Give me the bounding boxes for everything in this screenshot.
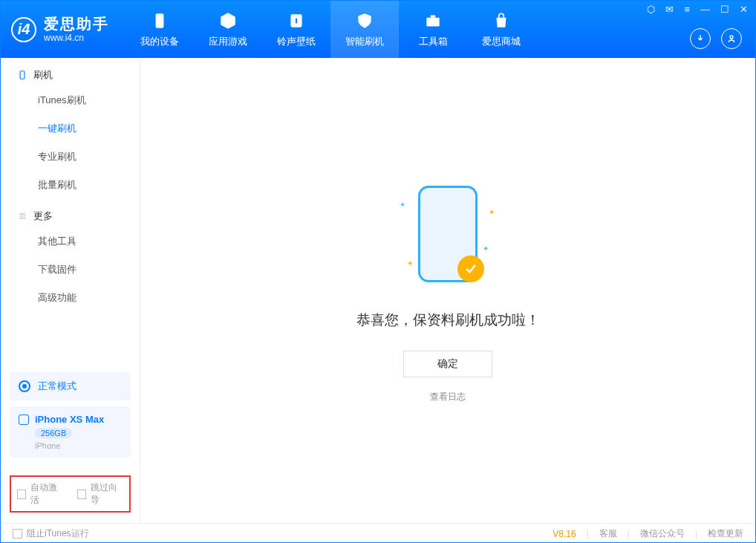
checkbox-label: 跳过向导 [91,481,123,507]
sidebar-item-other-tools[interactable]: 其他工具 [1,227,140,256]
group-label: 刷机 [33,68,53,82]
main-area: ✦ ✦ ✦ ✦ 恭喜您，保资料刷机成功啦！ 确定 查看日志 [140,58,755,523]
sidebar-item-pro-flash[interactable]: 专业刷机 [1,143,140,171]
checkbox-label: 自动激活 [30,481,63,507]
checkbox-icon [77,490,86,499]
download-button[interactable] [690,28,711,49]
svg-rect-0 [156,13,164,28]
nav-label: 铃声壁纸 [277,35,316,48]
group-label: 更多 [33,209,53,223]
maximize-button[interactable]: ☐ [720,4,729,15]
nav-tab-ringtone[interactable]: 铃声壁纸 [262,1,330,58]
sparkle-icon: ✦ [489,208,495,216]
nav-tabs: 我的设备 应用游戏 铃声壁纸 智能刷机 工具箱 爱思商城 [126,1,535,58]
svg-rect-3 [431,15,436,17]
nav-label: 我的设备 [140,35,179,48]
music-icon [287,11,306,30]
checkbox-skip-guide[interactable]: 跳过向导 [77,481,124,507]
close-button[interactable]: ✕ [740,4,748,15]
activation-options: 自动激活 跳过向导 [10,475,131,513]
sparkle-icon: ✦ [483,244,489,253]
confirm-button[interactable]: 确定 [403,351,492,377]
list-icon [17,211,27,221]
body-layout: 刷机 iTunes刷机 一键刷机 专业刷机 批量刷机 更多 其他工具 下载固件 … [1,58,755,523]
menu-icon[interactable]: ≡ [684,4,690,15]
nav-label: 工具箱 [419,35,448,48]
flash-result-panel: ✦ ✦ ✦ ✦ 恭喜您，保资料刷机成功啦！ 确定 查看日志 [356,178,540,403]
device-header: iPhone XS Max [19,414,122,425]
feedback-icon[interactable]: ✉ [665,4,674,15]
mode-icon [19,380,30,392]
sidebar-item-download-firmware[interactable]: 下载固件 [1,256,140,284]
sidebar-item-onekey-flash[interactable]: 一键刷机 [1,114,140,143]
mode-label: 正常模式 [38,380,76,393]
device-type: iPhone [35,441,122,450]
cube-icon [218,11,238,30]
app-site: www.i4.cn [44,33,109,43]
sparkle-icon: ✦ [400,201,405,209]
checkbox-icon [17,490,26,499]
version-label: V8.16 [553,529,576,539]
nav-tab-store[interactable]: 爱思商城 [467,1,535,58]
sidebar-group-more: 更多 [1,199,140,227]
svg-rect-2 [426,17,439,26]
nav-tab-toolbox[interactable]: 工具箱 [399,1,467,58]
sidebar-group-flash: 刷机 [1,58,140,86]
logo-text-block: 爱思助手 www.i4.cn [44,15,109,43]
phone-icon [150,11,169,30]
checkbox-block-itunes[interactable]: 阻止iTunes运行 [13,527,89,540]
app-header: i4 爱思助手 www.i4.cn 我的设备 应用游戏 铃声壁纸 智能刷机 工具… [1,1,755,58]
briefcase-icon [423,11,443,30]
footer-link-wechat[interactable]: 微信公众号 [640,527,685,540]
phone-small-icon [19,414,29,425]
nav-label: 爱思商城 [482,35,521,48]
device-name: iPhone XS Max [35,414,104,425]
titlebar-controls: ⬡ ✉ ≡ — ☐ ✕ [647,4,748,15]
checkbox-auto-activate[interactable]: 自动激活 [17,481,64,507]
check-badge-icon [457,256,484,282]
sidebar-item-itunes-flash[interactable]: iTunes刷机 [1,86,140,114]
bag-icon [492,11,511,30]
header-right-buttons [690,28,742,49]
device-mode-card[interactable]: 正常模式 [10,372,131,400]
nav-tab-apps[interactable]: 应用游戏 [194,1,262,58]
sidebar: 刷机 iTunes刷机 一键刷机 专业刷机 批量刷机 更多 其他工具 下载固件 … [1,58,140,523]
nav-tab-my-device[interactable]: 我的设备 [126,1,194,58]
minimize-button[interactable]: — [700,4,710,15]
sparkle-icon: ✦ [407,259,413,267]
footer-link-support[interactable]: 客服 [599,527,617,540]
device-card[interactable]: iPhone XS Max 256GB iPhone [10,406,131,458]
svg-rect-5 [20,71,25,79]
app-logo-icon: i4 [11,17,36,42]
account-button[interactable] [721,28,742,49]
tshirt-icon[interactable]: ⬡ [647,4,655,15]
success-illustration: ✦ ✦ ✦ ✦ [385,178,511,290]
view-log-link[interactable]: 查看日志 [430,391,466,403]
sidebar-item-advanced[interactable]: 高级功能 [1,284,140,312]
device-icon [17,70,27,80]
device-capacity-badge: 256GB [35,428,72,438]
nav-label: 应用游戏 [209,35,247,48]
logo-area: i4 爱思助手 www.i4.cn [1,1,120,58]
checkbox-label: 阻止iTunes运行 [27,527,89,540]
footer-link-update[interactable]: 检查更新 [708,527,743,540]
success-title: 恭喜您，保资料刷机成功啦！ [356,310,540,330]
sidebar-item-batch-flash[interactable]: 批量刷机 [1,171,140,199]
app-name: 爱思助手 [44,15,109,33]
footer: 阻止iTunes运行 V8.16 | 客服 | 微信公众号 | 检查更新 [1,523,755,543]
svg-point-4 [730,36,733,39]
refresh-shield-icon [355,11,374,30]
footer-right: V8.16 | 客服 | 微信公众号 | 检查更新 [553,527,743,540]
nav-label: 智能刷机 [345,35,384,48]
nav-tab-flash[interactable]: 智能刷机 [330,1,399,58]
checkbox-icon [13,529,22,539]
